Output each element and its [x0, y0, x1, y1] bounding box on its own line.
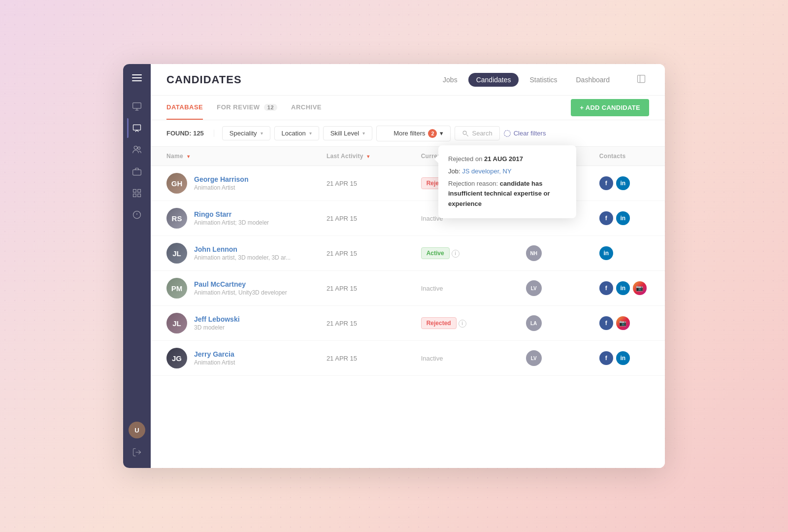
tab-database[interactable]: DATABASE [166, 96, 203, 120]
col-header-name[interactable]: Name ▾ [151, 147, 319, 166]
svg-point-8 [138, 147, 140, 149]
col-header-activity[interactable]: Last activity ▾ [319, 147, 413, 166]
search-button[interactable]: Search [455, 126, 499, 140]
sort-arrow-activity: ▾ [367, 154, 369, 159]
candidate-name[interactable]: George Harrison [194, 175, 248, 183]
location-badge: LV [526, 350, 542, 366]
skill-level-filter[interactable]: Skill Level ▾ [323, 126, 373, 140]
location-filter[interactable]: Location ▾ [274, 126, 319, 140]
contacts-cell: fin📷 [599, 281, 657, 295]
candidate-cell: PM Paul McCartney Animation Artist, Unit… [166, 278, 311, 299]
location-badge: NH [526, 245, 542, 261]
add-candidate-button[interactable]: + ADD CANDIDATE [571, 99, 649, 116]
avatar: JL [166, 243, 187, 264]
header: CANDIDATES Jobs Candidates Statistics Da… [151, 64, 665, 96]
location-cell: LA [518, 306, 591, 341]
activity-date: 21 APR 15 [327, 180, 357, 187]
svg-point-22 [504, 130, 510, 136]
chevron-down-icon: ▾ [261, 131, 263, 136]
table-row: JG Jerry Garcia Animation Artist 21 APR … [151, 341, 665, 376]
candidate-name[interactable]: John Lennon [194, 245, 291, 253]
candidate-name[interactable]: Paul McCartney [194, 280, 287, 288]
tabs-bar: DATABASE FOR REVIEW 12 ARCHIVE + ADD CAN… [151, 96, 665, 120]
svg-rect-9 [133, 170, 141, 175]
contacts-cell: fin [599, 211, 657, 225]
sidebar-item-desktop[interactable] [127, 118, 147, 138]
chevron-down-icon: ▾ [362, 131, 365, 136]
table-header: Name ▾ Last activity ▾ Current status Lo… [151, 147, 665, 166]
instagram-contact-icon[interactable]: 📷 [633, 281, 647, 295]
linkedin-contact-icon[interactable]: in [616, 211, 630, 225]
tooltip-date: Rejected on 21 AUG 2017 [448, 154, 566, 165]
svg-rect-1 [132, 77, 142, 78]
app-container: U CANDIDATES Jobs Candidates Statistics … [123, 64, 665, 468]
svg-point-20 [463, 131, 467, 134]
activity-date: 21 APR 15 [327, 215, 357, 222]
svg-rect-6 [133, 125, 141, 130]
info-icon[interactable]: i [452, 250, 460, 258]
user-avatar[interactable]: U [129, 422, 145, 438]
speciality-filter[interactable]: Speciality ▾ [222, 126, 270, 140]
rejection-tooltip: Rejected on 21 AUG 2017 Job: JS develope… [438, 147, 576, 218]
candidate-name[interactable]: Ringo Starr [194, 210, 269, 218]
logout-icon[interactable] [127, 442, 147, 462]
candidate-name[interactable]: Jerry Garcia [194, 350, 235, 358]
tooltip-reason: Rejection reason: candidate has insuffic… [448, 179, 566, 209]
window-icon[interactable] [633, 71, 649, 89]
contacts-cell: in [599, 246, 657, 260]
chevron-down-icon: ▾ [440, 130, 443, 137]
location-badge: LA [526, 315, 542, 331]
location-badge: LV [526, 280, 542, 296]
tooltip-job: Job: JS developer, NY [448, 166, 566, 177]
candidate-cell: JG Jerry Garcia Animation Artist [166, 348, 311, 368]
svg-point-7 [134, 146, 137, 150]
nav-dashboard[interactable]: Dashboard [568, 73, 618, 87]
contacts-cell: f📷 [599, 316, 657, 330]
sidebar-item-grid[interactable] [127, 183, 147, 203]
svg-line-21 [467, 134, 469, 136]
nav-candidates[interactable]: Candidates [468, 73, 519, 87]
svg-rect-10 [133, 190, 136, 193]
sidebar-item-users[interactable] [127, 140, 147, 160]
instagram-contact-icon[interactable]: 📷 [616, 316, 630, 330]
facebook-contact-icon[interactable]: f [599, 281, 613, 295]
facebook-contact-icon[interactable]: f [599, 176, 613, 190]
candidates-table-container: Name ▾ Last activity ▾ Current status Lo… [151, 147, 665, 468]
sidebar-item-info[interactable] [127, 205, 147, 225]
candidate-name[interactable]: Jeff Lebowski [194, 315, 240, 323]
table-body: GH George Harrison Animation Artist 21 A… [151, 166, 665, 376]
found-count: FOUND: 125 [166, 130, 214, 137]
contacts-cell: fin [599, 351, 657, 365]
facebook-contact-icon[interactable]: f [599, 211, 613, 225]
table-row: GH George Harrison Animation Artist 21 A… [151, 166, 665, 201]
tooltip-job-link[interactable]: JS developer, NY [462, 167, 511, 175]
activity-date: 21 APR 15 [327, 320, 357, 327]
sidebar-item-briefcase[interactable] [127, 162, 147, 181]
linkedin-contact-icon[interactable]: in [616, 176, 630, 190]
facebook-contact-icon[interactable]: f [599, 351, 613, 365]
more-filters-button[interactable]: More filters 2 ▾ [376, 126, 451, 141]
svg-rect-11 [138, 190, 141, 193]
clear-filters-button[interactable]: Clear filters [504, 130, 546, 137]
linkedin-contact-icon[interactable]: in [616, 281, 630, 295]
linkedin-contact-icon[interactable]: in [616, 351, 630, 365]
nav-jobs[interactable]: Jobs [435, 73, 465, 87]
linkedin-contact-icon[interactable]: in [599, 246, 613, 260]
activity-date: 21 APR 15 [327, 285, 357, 292]
activity-date: 21 APR 15 [327, 250, 357, 257]
nav-statistics[interactable]: Statistics [522, 73, 565, 87]
svg-rect-18 [638, 75, 645, 82]
hamburger-menu[interactable] [123, 64, 151, 92]
tab-archive[interactable]: ARCHIVE [291, 96, 322, 120]
status-cell: Inactive [413, 271, 518, 306]
review-badge: 12 [264, 104, 277, 111]
sidebar-item-monitor[interactable] [127, 97, 147, 116]
facebook-contact-icon[interactable]: f [599, 316, 613, 330]
candidate-cell: JL Jeff Lebowski 3D modeler [166, 313, 311, 333]
status-badge: Inactive [421, 285, 443, 292]
svg-rect-12 [133, 194, 136, 197]
candidate-role: 3D modeler [194, 324, 240, 331]
info-icon[interactable]: i [459, 320, 466, 328]
svg-rect-2 [132, 80, 142, 81]
tab-for-review[interactable]: FOR REVIEW 12 [217, 96, 277, 120]
